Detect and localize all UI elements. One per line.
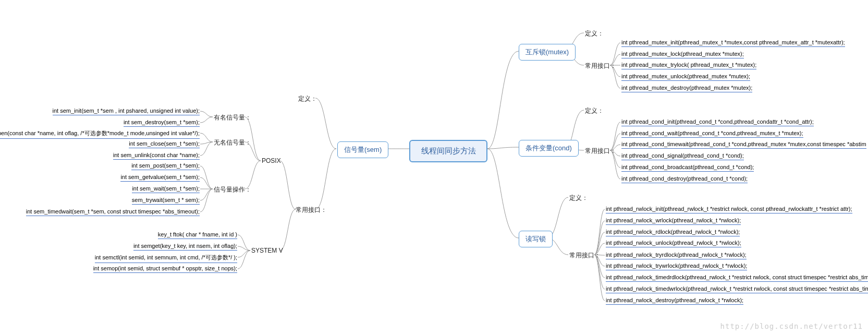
- rwlock-fn-8: int pthread_rwlock_destroy(pthread_rwloc…: [606, 297, 743, 305]
- sysv-fn-1: int semget(key_t key, int nsem, int ofla…: [133, 243, 237, 251]
- mutex-def: 定义：: [585, 29, 604, 38]
- sysv-fn-0: key_t ftok( char * fname, int id ): [158, 231, 237, 239]
- ops-fn-1: int sem_getvalue(sem_t *sem);: [120, 174, 200, 182]
- mutex-fn-0: int pthread_mutex_init(pthread_mutex_t *…: [621, 39, 845, 47]
- mutex-fn-1: int pthread_mutex_lock(pthread_mutex *mu…: [621, 51, 744, 58]
- node-cond[interactable]: 条件变量(cond): [519, 140, 579, 157]
- rwlock-def: 定义：: [569, 194, 588, 203]
- ops-fn-2: int sem_wait(sem_t *sem);: [132, 185, 200, 193]
- cond-fn-2: int pthread_cond_timewait(pthread_cond_t…: [621, 141, 866, 149]
- mutex-fn-3: int pthread_mutex_unlock(pthread_mutex *…: [621, 73, 750, 81]
- sysv-fn-2: int semctl(int semid, int semnum, int cm…: [95, 254, 237, 263]
- rwlock-fn-7: int pthread_rwlock_timedwrlock(pthread_r…: [606, 286, 868, 293]
- unnamed-fn-1: int sem_close(sem_t *sem);: [129, 140, 200, 148]
- root-node[interactable]: 线程间同步方法: [409, 140, 487, 162]
- cond-fn-1: int pthread_cond_wait(pthread_cond_t *co…: [621, 130, 803, 138]
- ops-fn-4: int sem_timedwait(sem_t *sem, const stru…: [26, 208, 200, 216]
- node-rwlock[interactable]: 读写锁: [519, 231, 553, 247]
- cond-fn-0: int pthread_cond_init(pthread_cond_t *co…: [621, 118, 814, 126]
- cond-fn-3: int pthread_cond_signal(pthread_cond_t *…: [621, 152, 744, 160]
- rwlock-fn-0: int pthread_rwlock_init(pthread_rwlock_t…: [606, 206, 852, 213]
- ops: 信号量操作：: [214, 185, 251, 194]
- ops-fn-3: sem_trywait(sem_t * sem);: [132, 197, 200, 205]
- cond-fn-4: int pthread_cond_broadcast(pthread_cond_…: [621, 164, 754, 172]
- named-fn-0: int sem_init(sem_t *sem , int pshared, u…: [53, 108, 200, 115]
- mutex-fn-4: int pthread_mutex_destroy(pthread_mutex …: [621, 85, 752, 92]
- rwlock-fn-6: int pthread_rwlock_timedrdlock(pthread_r…: [606, 274, 868, 282]
- rwlock-fn-1: int pthread_rwlock_wrlock(pthread_rwlock…: [606, 217, 741, 225]
- cond-fn-5: int pthread_cond_destroy(pthread_cond_t …: [621, 175, 748, 183]
- sem-def: 定义：: [298, 94, 317, 103]
- rwlock-iface: 常用接口：: [569, 251, 601, 260]
- rwlock-fn-2: int pthread_rwlock_rdlock(pthread_rwlock…: [606, 229, 740, 236]
- ops-fn-0: int sem_post(sem_t *sem);: [131, 162, 200, 170]
- rwlock-fn-3: int pthread_rwlock_unlock(pthread_rwlock…: [606, 240, 741, 247]
- cond-def: 定义：: [585, 106, 604, 115]
- mutex-iface: 常用接口：: [585, 62, 616, 70]
- unnamed: 无名信号量：: [214, 138, 251, 147]
- unnamed-fn-0: sem_t *sem sem_open(const char *name, in…: [0, 129, 200, 139]
- sysv: SYSTEM V: [251, 247, 283, 254]
- named: 有名信号量：: [214, 113, 251, 122]
- rwlock-fn-5: int pthread_rwlock_trywrlock(pthread_rwl…: [606, 263, 747, 270]
- watermark: http://blog.csdn.net/vertor11: [720, 322, 863, 330]
- unnamed-fn-2: int sem_unlink(const char *name);: [113, 152, 200, 160]
- rwlock-fn-4: int pthread_rwlock_tryrdlock(pthread_rwl…: [606, 252, 747, 259]
- sem-iface: 常用接口：: [296, 206, 327, 215]
- mutex-fn-2: int pthread_mutex_trylock( pthread_mutex…: [621, 62, 756, 69]
- node-sem[interactable]: 信号量(sem): [337, 141, 388, 158]
- node-mutex[interactable]: 互斥锁(mutex): [519, 44, 576, 61]
- posix: POSIX: [262, 157, 281, 164]
- sysv-fn-3: int semop(int semid, struct sembuf * ops…: [93, 265, 237, 273]
- named-fn-1: int sem_destroy(sem_t *sem);: [124, 119, 200, 127]
- cond-iface: 常用接口：: [585, 147, 616, 156]
